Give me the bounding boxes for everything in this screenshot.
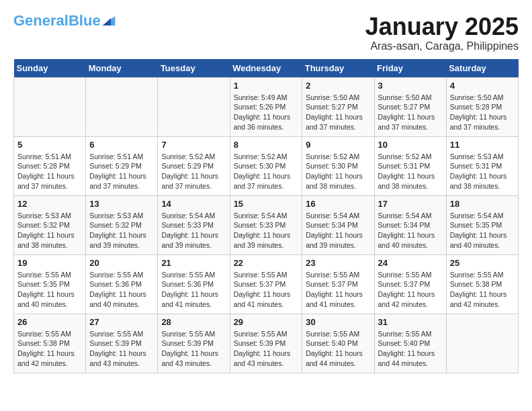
- day-info: Sunrise: 5:54 AMSunset: 5:34 PMDaylight:…: [378, 211, 443, 250]
- logo-icon: [102, 16, 116, 26]
- day-header: Sunday: [14, 59, 86, 78]
- day-number: 9: [306, 140, 370, 150]
- calendar-cell: 2Sunrise: 5:50 AMSunset: 5:27 PMDaylight…: [302, 77, 374, 136]
- svg-marker-1: [102, 18, 110, 26]
- calendar-cell: 10Sunrise: 5:52 AMSunset: 5:31 PMDayligh…: [374, 136, 446, 195]
- calendar-cell: 15Sunrise: 5:54 AMSunset: 5:33 PMDayligh…: [230, 195, 302, 255]
- day-number: 20: [89, 258, 154, 268]
- calendar-week-row: 12Sunrise: 5:53 AMSunset: 5:32 PMDayligh…: [14, 195, 519, 255]
- day-number: 2: [306, 81, 370, 91]
- calendar-cell: 30Sunrise: 5:55 AMSunset: 5:40 PMDayligh…: [302, 314, 374, 373]
- day-info: Sunrise: 5:55 AMSunset: 5:36 PMDaylight:…: [89, 270, 154, 310]
- logo-blue: Blue: [69, 12, 101, 29]
- day-info: Sunrise: 5:55 AMSunset: 5:37 PMDaylight:…: [306, 270, 370, 310]
- day-info: Sunrise: 5:54 AMSunset: 5:33 PMDaylight:…: [161, 211, 226, 250]
- logo-general: General: [13, 12, 69, 29]
- day-info: Sunrise: 5:55 AMSunset: 5:39 PMDaylight:…: [89, 329, 154, 369]
- calendar-week-row: 1Sunrise: 5:49 AMSunset: 5:26 PMDaylight…: [14, 77, 519, 136]
- day-info: Sunrise: 5:55 AMSunset: 5:39 PMDaylight:…: [161, 329, 226, 369]
- day-info: Sunrise: 5:53 AMSunset: 5:31 PMDaylight:…: [450, 152, 515, 191]
- day-info: Sunrise: 5:53 AMSunset: 5:32 PMDaylight:…: [89, 211, 154, 250]
- day-number: 31: [378, 317, 443, 327]
- day-info: Sunrise: 5:55 AMSunset: 5:40 PMDaylight:…: [306, 329, 370, 369]
- day-number: 29: [234, 317, 299, 327]
- calendar-cell: 27Sunrise: 5:55 AMSunset: 5:39 PMDayligh…: [86, 314, 158, 373]
- day-number: 26: [17, 317, 82, 327]
- day-number: 12: [17, 199, 82, 209]
- day-info: Sunrise: 5:55 AMSunset: 5:37 PMDaylight:…: [378, 270, 443, 310]
- calendar-table: SundayMondayTuesdayWednesdayThursdayFrid…: [13, 59, 519, 373]
- calendar-cell: 26Sunrise: 5:55 AMSunset: 5:38 PMDayligh…: [14, 314, 86, 373]
- day-number: 14: [161, 199, 226, 209]
- day-info: Sunrise: 5:55 AMSunset: 5:36 PMDaylight:…: [161, 270, 226, 310]
- day-number: 17: [378, 199, 443, 209]
- page-header: GeneralBlue January 2025 Aras-asan, Cara…: [13, 13, 519, 52]
- calendar-cell: 18Sunrise: 5:54 AMSunset: 5:35 PMDayligh…: [446, 195, 518, 255]
- calendar-cell: 5Sunrise: 5:51 AMSunset: 5:28 PMDaylight…: [14, 136, 86, 195]
- day-number: 21: [161, 258, 226, 268]
- calendar-cell: [86, 77, 158, 136]
- calendar-cell: 23Sunrise: 5:55 AMSunset: 5:37 PMDayligh…: [302, 255, 374, 314]
- logo-text: GeneralBlue: [13, 13, 101, 28]
- day-number: 13: [89, 199, 154, 209]
- calendar-cell: 28Sunrise: 5:55 AMSunset: 5:39 PMDayligh…: [158, 314, 230, 373]
- day-number: 15: [234, 199, 299, 209]
- day-info: Sunrise: 5:52 AMSunset: 5:31 PMDaylight:…: [378, 152, 443, 191]
- calendar-week-row: 5Sunrise: 5:51 AMSunset: 5:28 PMDaylight…: [14, 136, 519, 195]
- day-header: Tuesday: [158, 59, 230, 78]
- day-number: 30: [306, 317, 370, 327]
- day-info: Sunrise: 5:55 AMSunset: 5:35 PMDaylight:…: [17, 270, 82, 310]
- calendar-cell: 13Sunrise: 5:53 AMSunset: 5:32 PMDayligh…: [86, 195, 158, 255]
- day-header: Wednesday: [230, 59, 302, 78]
- day-number: 28: [161, 317, 226, 327]
- day-info: Sunrise: 5:50 AMSunset: 5:28 PMDaylight:…: [450, 93, 515, 132]
- calendar-cell: 12Sunrise: 5:53 AMSunset: 5:32 PMDayligh…: [14, 195, 86, 255]
- calendar-cell: 1Sunrise: 5:49 AMSunset: 5:26 PMDaylight…: [230, 77, 302, 136]
- day-number: 11: [450, 140, 515, 150]
- day-info: Sunrise: 5:51 AMSunset: 5:29 PMDaylight:…: [89, 152, 154, 191]
- calendar-cell: 7Sunrise: 5:52 AMSunset: 5:29 PMDaylight…: [158, 136, 230, 195]
- day-info: Sunrise: 5:53 AMSunset: 5:32 PMDaylight:…: [17, 211, 82, 250]
- day-number: 7: [161, 140, 226, 150]
- calendar-cell: 4Sunrise: 5:50 AMSunset: 5:28 PMDaylight…: [446, 77, 518, 136]
- day-number: 22: [234, 258, 299, 268]
- day-info: Sunrise: 5:55 AMSunset: 5:39 PMDaylight:…: [234, 329, 299, 369]
- calendar-cell: 25Sunrise: 5:55 AMSunset: 5:38 PMDayligh…: [446, 255, 518, 314]
- calendar-cell: [14, 77, 86, 136]
- calendar-cell: [158, 77, 230, 136]
- calendar-cell: 22Sunrise: 5:55 AMSunset: 5:37 PMDayligh…: [230, 255, 302, 314]
- calendar-cell: 21Sunrise: 5:55 AMSunset: 5:36 PMDayligh…: [158, 255, 230, 314]
- day-info: Sunrise: 5:51 AMSunset: 5:28 PMDaylight:…: [17, 152, 82, 191]
- day-info: Sunrise: 5:50 AMSunset: 5:27 PMDaylight:…: [378, 93, 443, 132]
- calendar-cell: 16Sunrise: 5:54 AMSunset: 5:34 PMDayligh…: [302, 195, 374, 255]
- month-title: January 2025: [365, 13, 519, 40]
- day-header: Monday: [86, 59, 158, 78]
- day-info: Sunrise: 5:49 AMSunset: 5:26 PMDaylight:…: [234, 93, 299, 132]
- calendar-cell: 11Sunrise: 5:53 AMSunset: 5:31 PMDayligh…: [446, 136, 518, 195]
- calendar-cell: 17Sunrise: 5:54 AMSunset: 5:34 PMDayligh…: [374, 195, 446, 255]
- day-number: 25: [450, 258, 515, 268]
- location: Aras-asan, Caraga, Philippines: [365, 40, 519, 52]
- calendar-cell: 20Sunrise: 5:55 AMSunset: 5:36 PMDayligh…: [86, 255, 158, 314]
- title-block: January 2025 Aras-asan, Caraga, Philippi…: [365, 13, 519, 52]
- calendar-cell: 9Sunrise: 5:52 AMSunset: 5:30 PMDaylight…: [302, 136, 374, 195]
- calendar-cell: 29Sunrise: 5:55 AMSunset: 5:39 PMDayligh…: [230, 314, 302, 373]
- day-info: Sunrise: 5:55 AMSunset: 5:37 PMDaylight:…: [234, 270, 299, 310]
- calendar-week-row: 26Sunrise: 5:55 AMSunset: 5:38 PMDayligh…: [14, 314, 519, 373]
- day-info: Sunrise: 5:55 AMSunset: 5:38 PMDaylight:…: [450, 270, 515, 310]
- day-number: 19: [17, 258, 82, 268]
- day-info: Sunrise: 5:54 AMSunset: 5:33 PMDaylight:…: [234, 211, 299, 250]
- day-number: 4: [450, 81, 515, 91]
- day-number: 8: [234, 140, 299, 150]
- day-info: Sunrise: 5:52 AMSunset: 5:29 PMDaylight:…: [161, 152, 226, 191]
- day-number: 10: [378, 140, 443, 150]
- calendar-cell: 19Sunrise: 5:55 AMSunset: 5:35 PMDayligh…: [14, 255, 86, 314]
- calendar-cell: 31Sunrise: 5:55 AMSunset: 5:40 PMDayligh…: [374, 314, 446, 373]
- day-info: Sunrise: 5:50 AMSunset: 5:27 PMDaylight:…: [306, 93, 370, 132]
- day-info: Sunrise: 5:52 AMSunset: 5:30 PMDaylight:…: [306, 152, 370, 191]
- calendar-header-row: SundayMondayTuesdayWednesdayThursdayFrid…: [14, 59, 519, 78]
- day-header: Friday: [374, 59, 446, 78]
- day-header: Thursday: [302, 59, 374, 78]
- day-number: 6: [89, 140, 154, 150]
- day-info: Sunrise: 5:55 AMSunset: 5:40 PMDaylight:…: [378, 329, 443, 369]
